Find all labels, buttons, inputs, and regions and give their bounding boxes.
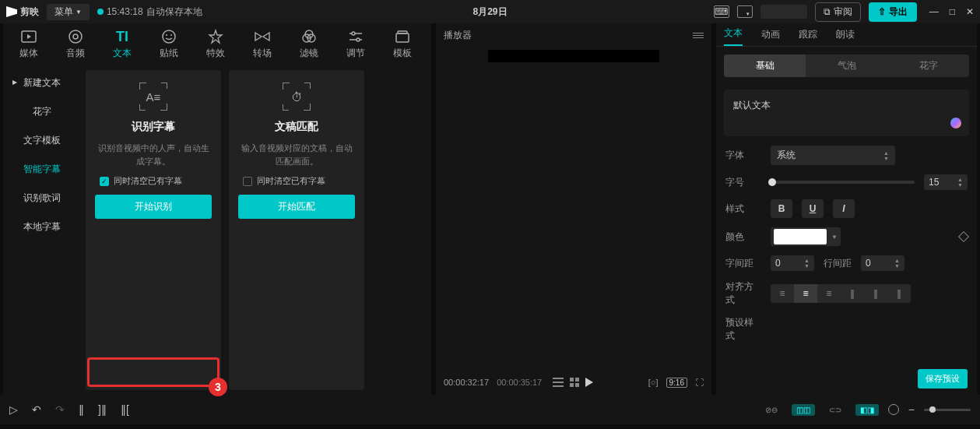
clear-subtitle-checkbox[interactable]: 同时清空已有字幕	[100, 175, 182, 187]
undo-icon[interactable]: ↶	[32, 403, 41, 416]
sub-tab-fancy[interactable]: 花字	[887, 55, 969, 77]
aspect-ratio[interactable]: 9:16	[666, 378, 687, 388]
italic-button[interactable]: I	[833, 199, 855, 218]
font-row: 字体 系统 ▲▼	[716, 141, 977, 170]
nav-text-template[interactable]: 文字模板	[8, 128, 76, 153]
save-preset-button[interactable]: 保存预设	[918, 369, 968, 389]
video-frame	[488, 50, 659, 62]
tab-audio[interactable]: 音频	[54, 29, 97, 60]
sub-tab-bubble[interactable]: 气泡	[806, 55, 887, 77]
align-v3-button[interactable]: ‖	[887, 284, 911, 303]
svg-rect-18	[553, 385, 564, 387]
clear-subtitle-checkbox-2[interactable]: 同时清空已有字幕	[243, 175, 325, 187]
trim-right-icon[interactable]: ‖[	[121, 403, 129, 416]
svg-rect-22	[575, 383, 579, 387]
keyframe-icon[interactable]	[958, 231, 969, 242]
minimize-button[interactable]: —	[929, 6, 939, 17]
timeline-toolbar: ▷ ↶ ↷ ‖ ]‖ ‖[ ⊘⊖ ◫◫ ⊂⊃ ◧◨ −	[0, 395, 980, 424]
tab-read[interactable]: 朗读	[836, 28, 855, 46]
align-right-button[interactable]: ≡	[817, 284, 841, 303]
zoom-slider[interactable]	[924, 409, 971, 411]
sub-tab-basic[interactable]: 基础	[724, 55, 806, 77]
tab-tracking[interactable]: 跟踪	[799, 28, 817, 46]
font-select[interactable]: 系统 ▲▼	[771, 146, 895, 165]
char-spacing-input[interactable]: 0 ▲▼	[771, 255, 814, 271]
size-input[interactable]: 15 ▲▼	[924, 174, 968, 190]
nav-fancy-text[interactable]: 花字	[8, 99, 76, 125]
play-button[interactable]	[585, 378, 593, 387]
layout-icon[interactable]: ▼	[737, 5, 753, 18]
step-badge: 3	[209, 378, 227, 396]
chevron-down-icon: ▼	[76, 9, 82, 16]
fullscreen-icon[interactable]: ⛶	[695, 378, 704, 387]
text-content-input[interactable]: 默认文本	[724, 90, 969, 136]
player-menu-icon[interactable]	[693, 33, 704, 38]
menu-button[interactable]: 菜单 ▼	[47, 4, 90, 20]
tab-animation[interactable]: 动画	[761, 28, 780, 46]
svg-point-6	[170, 34, 172, 36]
tab-sticker[interactable]: 贴纸	[148, 29, 190, 60]
line-spacing-input[interactable]: 0 ▲▼	[861, 255, 904, 271]
record-icon[interactable]	[888, 404, 899, 415]
nav-recognize-lyrics[interactable]: 识别歌词	[8, 185, 76, 211]
player-canvas[interactable]	[436, 47, 711, 370]
close-button[interactable]: ✕	[966, 6, 974, 17]
player-pane: 播放器 00:00:32:17 00:00:35:17 [○] 9:16 ⛶	[436, 23, 711, 395]
tab-adjust[interactable]: 调节	[335, 29, 377, 60]
player-header: 播放器	[436, 23, 711, 47]
redo-icon[interactable]: ↷	[55, 403, 65, 416]
sticker-icon	[160, 29, 177, 44]
align-v2-button[interactable]: ‖	[864, 284, 887, 303]
svg-point-11	[352, 32, 355, 35]
pointer-tool-icon[interactable]: ▷	[9, 403, 18, 416]
tab-text-prop[interactable]: 文本	[724, 26, 743, 46]
start-match-button[interactable]: 开始匹配	[238, 195, 355, 219]
audio-icon	[67, 29, 84, 44]
link-off-icon[interactable]: ⊘⊖	[760, 404, 782, 416]
color-select[interactable]: ▼	[771, 227, 841, 246]
nav-local-subtitle[interactable]: 本地字幕	[8, 214, 76, 240]
start-recognize-button[interactable]: 开始识别	[95, 195, 212, 219]
size-slider[interactable]	[771, 181, 915, 184]
underline-button[interactable]: U	[802, 199, 824, 218]
preset-label: 预设样式	[725, 316, 761, 343]
tab-template[interactable]: 模板	[381, 29, 423, 60]
split-icon[interactable]: ‖	[79, 403, 84, 416]
tab-filter[interactable]: 滤镜	[288, 29, 330, 60]
text-side-nav: 新建文本 花字 文字模板 智能字幕 识别歌词 本地字幕	[3, 65, 81, 395]
export-button[interactable]: ⇧ 导出	[869, 2, 917, 22]
preview-icon[interactable]: ◧◨	[855, 404, 879, 416]
align-left-button[interactable]: ≡	[771, 284, 794, 303]
nav-new-text[interactable]: 新建文本	[8, 70, 76, 96]
total-time: 00:00:35:17	[497, 378, 542, 387]
crop-icon[interactable]: [○]	[648, 378, 659, 387]
list-icon[interactable]	[553, 378, 564, 387]
maximize-button[interactable]: □	[950, 6, 955, 17]
tab-effect[interactable]: 特效	[195, 29, 237, 60]
logo-icon	[6, 6, 17, 17]
align-v1-button[interactable]: ‖	[841, 284, 864, 303]
chevron-down-icon: ▼	[831, 234, 838, 241]
tab-media[interactable]: 媒体	[8, 29, 50, 60]
properties-pane: 文本 动画 跟踪 朗读 基础 气泡 花字 默认文本 字体 系统 ▲▼ 字号 15	[716, 23, 977, 395]
nav-smart-subtitle[interactable]: 智能字幕	[8, 156, 76, 182]
svg-point-3	[73, 34, 78, 39]
card-desc: 输入音视频对应的文稿，自动匹配画面。	[238, 142, 355, 167]
zoom-out-icon[interactable]: −	[908, 403, 915, 416]
current-time: 00:00:32:17	[444, 378, 489, 387]
trim-left-icon[interactable]: ]‖	[98, 403, 107, 416]
snap-icon[interactable]: ◫◫	[792, 404, 815, 416]
grid-icon[interactable]	[570, 378, 579, 387]
keyboard-icon[interactable]: ⌨	[714, 5, 729, 18]
toolbar-right: ⊘⊖ ◫◫ ⊂⊃ ◧◨ −	[760, 403, 971, 416]
tab-text[interactable]: TI 文本	[101, 29, 143, 60]
color-picker-icon[interactable]	[950, 118, 961, 128]
tab-transition[interactable]: 转场	[241, 29, 283, 60]
bold-button[interactable]: B	[771, 199, 792, 218]
align-center-button[interactable]: ≡	[794, 284, 817, 303]
style-label: 样式	[725, 202, 761, 216]
review-button[interactable]: ⧉ 审阅	[815, 2, 861, 22]
filter-icon	[300, 29, 318, 44]
link-icon[interactable]: ⊂⊃	[824, 404, 846, 416]
highlight-box	[87, 357, 220, 387]
